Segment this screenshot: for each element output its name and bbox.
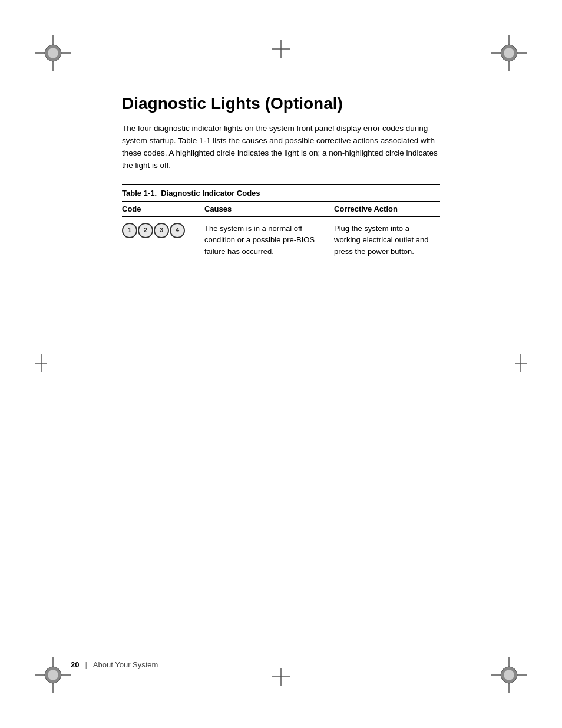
action-cell: Plug the system into a working electrica… [334, 216, 440, 261]
left-side-mark [35, 354, 47, 374]
corner-mark-bl [35, 657, 71, 693]
footer-section: About Your System [93, 660, 158, 669]
corner-mark-tl [35, 35, 71, 71]
table-caption: Table 1-1. Diagnostic Indicator Codes [122, 184, 440, 197]
page-title: Diagnostic Lights (Optional) [122, 94, 440, 113]
code-cell: 1234 [122, 216, 204, 261]
table-caption-title: Diagnostic Indicator Codes [161, 189, 260, 197]
light-indicators: 1234 [122, 223, 200, 238]
svg-point-19 [48, 670, 58, 680]
table-row: 1234The system is in a normal off condit… [122, 216, 440, 261]
table-caption-label: Table 1-1. [122, 189, 157, 197]
top-center-mark [272, 40, 290, 60]
right-side-mark [515, 354, 527, 374]
col-header-code: Code [122, 201, 204, 216]
cause-cell: The system is in a normal off condition … [204, 216, 334, 261]
svg-point-25 [504, 670, 514, 680]
intro-paragraph: The four diagnostic indicator lights on … [122, 123, 440, 172]
light-circle-3: 3 [154, 223, 169, 238]
corner-mark-tr [491, 35, 527, 71]
light-circle-1: 1 [122, 223, 137, 238]
light-circle-4: 4 [170, 223, 185, 238]
svg-point-7 [504, 48, 514, 58]
bottom-center-mark [272, 668, 290, 688]
col-header-causes: Causes [204, 201, 334, 216]
table-header: Code Causes Corrective Action [122, 201, 440, 216]
corner-mark-br [491, 657, 527, 693]
table-body: 1234The system is in a normal off condit… [122, 216, 440, 261]
diagnostic-table: Code Causes Corrective Action 1234The sy… [122, 201, 440, 261]
col-header-action: Corrective Action [334, 201, 440, 216]
footer-separator: | [85, 660, 87, 669]
svg-point-1 [48, 48, 58, 58]
footer-page-number: 20 [71, 660, 79, 669]
page: Diagnostic Lights (Optional) The four di… [0, 0, 562, 728]
light-circle-2: 2 [138, 223, 153, 238]
